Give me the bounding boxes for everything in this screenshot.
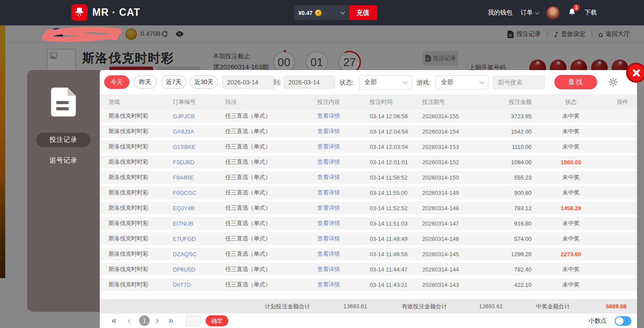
page-number-input[interactable]	[186, 315, 200, 326]
notification-bell[interactable]: 1	[568, 7, 576, 18]
cell-period: 20260314-145	[422, 251, 501, 257]
cell-period: 20260314-147	[422, 220, 501, 227]
gear-icon[interactable]	[608, 77, 618, 89]
period-search-input[interactable]	[493, 76, 545, 89]
table-row: 斯洛伐克时时彩 EI7NUB 任三直选（单式） 查看详情 03-14 11:51…	[100, 217, 637, 232]
cell-status: 未中奖	[532, 143, 610, 151]
date-to-input[interactable]	[284, 76, 335, 89]
tab-bet-records[interactable]: 投注记录	[36, 133, 91, 147]
view-details-link[interactable]: 查看详情	[317, 235, 370, 243]
status-select[interactable]: 全部	[359, 75, 412, 89]
cell-order-id[interactable]: GJPJCB	[173, 113, 225, 120]
recharge-button[interactable]: 充值	[349, 5, 377, 20]
orders-dropdown[interactable]: 订单	[521, 9, 538, 17]
valid-total-value: 13693.61	[479, 299, 503, 314]
view-details-link[interactable]: 查看详情	[317, 189, 370, 197]
view-details-link[interactable]: 查看详情	[317, 204, 370, 212]
cell-status: 未中奖	[532, 112, 610, 120]
decimal-toggle-switch[interactable]	[615, 316, 631, 326]
cell-game: 斯洛伐克时时彩	[108, 127, 173, 135]
cell-bet-time: 03-14 11:43:21	[370, 282, 422, 288]
view-details-link[interactable]: 查看详情	[317, 112, 370, 120]
view-details-link[interactable]: 查看详情	[317, 219, 370, 227]
close-modal-button[interactable]	[626, 63, 644, 83]
cell-order-id[interactable]: F944RE	[173, 174, 225, 181]
cell-order-id[interactable]: DZAQSC	[173, 251, 225, 257]
view-details-link[interactable]: 查看详情	[317, 143, 370, 151]
table-row: 斯洛伐克时时彩 EQJY4B 任三直选（单式） 查看详情 03-14 11:52…	[100, 201, 637, 217]
cell-order-id[interactable]: E7UFGD	[173, 236, 225, 242]
chevron-down-icon	[535, 10, 539, 14]
first-page-button[interactable]: «	[112, 314, 116, 327]
document-icon	[51, 88, 76, 118]
cell-bet-time: 03-14 11:46:58	[370, 251, 422, 257]
cell-period: 20260314-146	[422, 236, 501, 242]
search-button[interactable]: 查找	[554, 75, 597, 89]
coin-icon: ¥	[315, 10, 322, 16]
game-select[interactable]: 全部	[435, 75, 489, 89]
cell-status: 1960.00	[532, 159, 610, 166]
cell-order-id[interactable]: G1SBKE	[173, 144, 225, 150]
cell-amount: 574.00	[501, 236, 532, 242]
cell-amount: 3723.95	[501, 113, 532, 120]
cell-bet-time: 03-14 12:04:54	[370, 128, 422, 135]
cell-game: 斯洛伐克时时彩	[108, 112, 173, 120]
view-details-link[interactable]: 查看详情	[317, 173, 370, 181]
filter-bar: 今天 昨天 近7天 近30天 到: 状态: 全部 游戏: 全部 查找	[100, 70, 637, 94]
brand-logo-icon[interactable]	[71, 4, 88, 21]
table-row: 斯洛伐克时时彩 E7UFGD 任三直选（单式） 查看详情 03-14 11:48…	[100, 232, 637, 247]
next-page-button[interactable]: ›	[156, 314, 159, 327]
filter-last-30-days[interactable]: 近30天	[190, 75, 218, 89]
prev-page-button[interactable]: ‹	[128, 314, 131, 327]
cell-order-id[interactable]: FSDJ6D	[173, 159, 225, 166]
confirm-page-button[interactable]: 确定	[206, 315, 228, 326]
cell-status: 未中奖	[532, 219, 610, 227]
filter-last-7-days[interactable]: 近7天	[161, 75, 186, 89]
cell-play-type: 任三直选（单式）	[225, 235, 317, 243]
cell-status: 未中奖	[532, 173, 610, 181]
cell-game: 斯洛伐克时时彩	[108, 143, 173, 151]
filter-today[interactable]: 今天	[104, 75, 130, 89]
notification-badge: 1	[573, 4, 580, 11]
cell-amount: 1299.20	[501, 251, 532, 257]
cell-order-id[interactable]: F0GCGC	[173, 190, 225, 196]
cell-game: 斯洛伐克时时彩	[108, 204, 173, 212]
table-row: 斯洛伐克时时彩 DP6U5D 任三直选（单式） 查看详情 03-14 11:44…	[100, 263, 637, 278]
view-details-link[interactable]: 查看详情	[317, 265, 370, 273]
current-page-indicator[interactable]: 1	[139, 315, 150, 326]
user-avatar[interactable]	[546, 6, 560, 19]
cell-amount: 1110.00	[501, 144, 532, 150]
totals-row: 计划投注金额合计 13693.61 有效投注金额合计 13693.61 中奖金额…	[100, 299, 637, 314]
cell-order-id[interactable]: GA9J3A	[173, 128, 225, 135]
cell-order-id[interactable]: EQJY4B	[173, 205, 225, 212]
top-header: MR · CAT ¥0.47 ¥ 充值 我的钱包 订单 1 下载	[0, 0, 644, 25]
wallet-balance-dropdown[interactable]: ¥0.47 ¥	[294, 5, 348, 20]
cell-order-id[interactable]: EI7NUB	[173, 220, 225, 227]
cell-game: 斯洛伐克时时彩	[108, 281, 173, 289]
cell-period: 20260314-149	[422, 190, 501, 196]
cell-order-id[interactable]: DIIT7D	[173, 282, 225, 288]
win-total-label: 中奖金额合计	[536, 299, 570, 314]
cell-play-type: 任三直选（单式）	[225, 143, 317, 151]
my-wallet-link[interactable]: 我的钱包	[488, 9, 512, 17]
planned-total-value: 13693.61	[343, 299, 367, 314]
table-row: 斯洛伐克时时彩 GA9J3A 任三直选（单式） 查看详情 03-14 12:04…	[100, 125, 637, 140]
cell-game: 斯洛伐克时时彩	[108, 265, 173, 273]
view-details-link[interactable]: 查看详情	[317, 281, 370, 289]
view-details-link[interactable]: 查看详情	[317, 250, 370, 258]
cell-period: 20260314-150	[422, 174, 501, 181]
download-link[interactable]: 下载	[584, 9, 597, 17]
cell-status: 未中奖	[532, 127, 610, 135]
view-details-link[interactable]: 查看详情	[317, 127, 370, 135]
cell-period: 20260314-143	[422, 282, 501, 288]
cell-game: 斯洛伐克时时彩	[108, 250, 173, 258]
tab-chase-records[interactable]: 追号记录	[36, 153, 91, 168]
filter-yesterday[interactable]: 昨天	[134, 75, 157, 89]
cell-order-id[interactable]: DP6U5D	[173, 266, 225, 273]
last-page-button[interactable]: »	[168, 314, 173, 327]
date-from-input[interactable]	[222, 76, 274, 89]
view-details-link[interactable]: 查看详情	[317, 158, 370, 166]
cell-amount: 422.10	[501, 282, 532, 288]
cell-period: 20260314-153	[422, 144, 501, 150]
col-period: 投注期号	[422, 98, 501, 106]
